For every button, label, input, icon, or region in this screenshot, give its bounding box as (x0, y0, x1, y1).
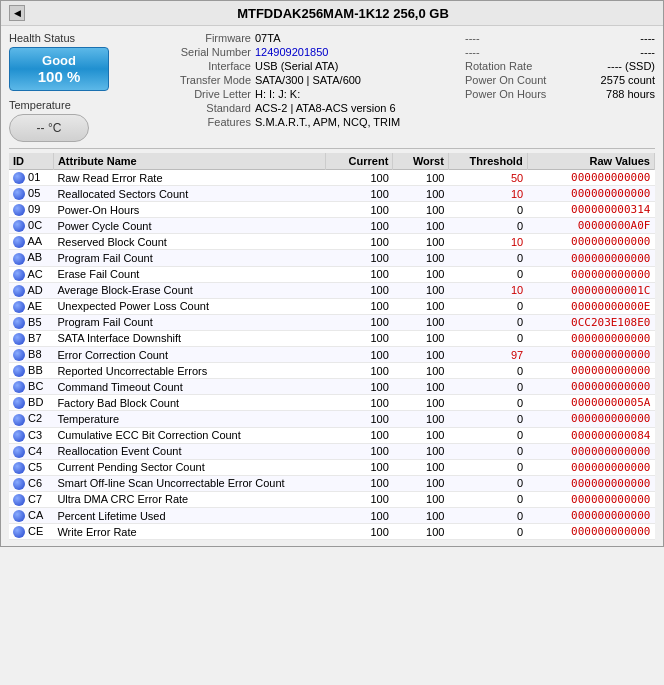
table-header: ID Attribute Name Current Worst Threshol… (9, 153, 655, 170)
back-button[interactable]: ◀ (9, 5, 25, 21)
status-ball (13, 397, 25, 409)
cell-attr: Reallocated Sectors Count (53, 186, 325, 202)
right-value-2: ---- (640, 46, 655, 58)
table-row: AD Average Block-Erase Count 100 100 10 … (9, 282, 655, 298)
cell-current: 100 (326, 459, 393, 475)
cell-threshold: 0 (448, 459, 527, 475)
cell-attr: Cumulative ECC Bit Correction Count (53, 427, 325, 443)
cell-worst: 100 (393, 427, 449, 443)
standard-row: Standard ACS-2 | ATA8-ACS version 6 (155, 102, 455, 114)
cell-attr: Percent Lifetime Used (53, 507, 325, 523)
right-panel: ---- ---- ---- ---- Rotation Rate ---- (… (455, 32, 655, 142)
cell-worst: 100 (393, 363, 449, 379)
temp-label: Temperature (9, 99, 149, 111)
interface-value: USB (Serial ATA) (255, 60, 338, 72)
cell-threshold: 0 (448, 427, 527, 443)
cell-id: 0C (9, 218, 53, 234)
drive-label: Drive Letter (155, 88, 255, 100)
status-ball (13, 365, 25, 377)
cell-id: C7 (9, 491, 53, 507)
cell-raw: 000000000000 (527, 491, 654, 507)
cell-raw: 000000000000 (527, 443, 654, 459)
cell-current: 100 (326, 491, 393, 507)
cell-id: BB (9, 363, 53, 379)
cell-attr: Smart Off-line Scan Uncorrectable Error … (53, 475, 325, 491)
cell-threshold: 0 (448, 202, 527, 218)
right-value-1: ---- (640, 32, 655, 44)
cell-current: 100 (326, 218, 393, 234)
status-ball (13, 204, 25, 216)
cell-threshold: 10 (448, 234, 527, 250)
cell-id: 01 (9, 170, 53, 186)
cell-id: 05 (9, 186, 53, 202)
cell-id: C6 (9, 475, 53, 491)
table-row: C2 Temperature 100 100 0 000000000000 (9, 411, 655, 427)
cell-attr: Power-On Hours (53, 202, 325, 218)
table-row: B8 Error Correction Count 100 100 97 000… (9, 347, 655, 363)
cell-id: B7 (9, 330, 53, 346)
rotation-label: Rotation Rate (465, 60, 532, 72)
cell-id: AE (9, 298, 53, 314)
cell-current: 100 (326, 379, 393, 395)
cell-threshold: 0 (448, 507, 527, 523)
cell-worst: 100 (393, 330, 449, 346)
cell-threshold: 0 (448, 411, 527, 427)
cell-id: CE (9, 524, 53, 540)
cell-worst: 100 (393, 507, 449, 523)
cell-threshold: 0 (448, 266, 527, 282)
table-row: C4 Reallocation Event Count 100 100 0 00… (9, 443, 655, 459)
cell-id: C5 (9, 459, 53, 475)
cell-attr: Ultra DMA CRC Error Rate (53, 491, 325, 507)
status-ball (13, 526, 25, 538)
temp-value: -- °C (37, 121, 62, 135)
power-count-value: 2575 count (601, 74, 655, 86)
cell-raw: 000000000084 (527, 427, 654, 443)
status-ball (13, 478, 25, 490)
drive-row: Drive Letter H: I: J: K: (155, 88, 455, 100)
cell-attr: Raw Read Error Rate (53, 170, 325, 186)
cell-attr: SATA Interface Downshift (53, 330, 325, 346)
cell-current: 100 (326, 443, 393, 459)
transfer-row: Transfer Mode SATA/300 | SATA/600 (155, 74, 455, 86)
cell-worst: 100 (393, 202, 449, 218)
table-row: C7 Ultra DMA CRC Error Rate 100 100 0 00… (9, 491, 655, 507)
main-content: Health Status Good 100 % Temperature -- … (1, 26, 663, 546)
table-row: B5 Program Fail Count 100 100 0 0CC203E1… (9, 314, 655, 330)
cell-worst: 100 (393, 347, 449, 363)
cell-threshold: 50 (448, 170, 527, 186)
cell-attr: Reported Uncorrectable Errors (53, 363, 325, 379)
firmware-value: 07TA (255, 32, 280, 44)
cell-attr: Power Cycle Count (53, 218, 325, 234)
cell-current: 100 (326, 250, 393, 266)
cell-threshold: 0 (448, 330, 527, 346)
left-panel: Health Status Good 100 % Temperature -- … (9, 32, 149, 142)
cell-attr: Program Fail Count (53, 314, 325, 330)
cell-current: 100 (326, 507, 393, 523)
cell-id: BC (9, 379, 53, 395)
status-ball (13, 462, 25, 474)
cell-attr: Average Block-Erase Count (53, 282, 325, 298)
serial-row: Serial Number 124909201850 (155, 46, 455, 58)
right-label-1: ---- (465, 32, 480, 44)
cell-raw: 000000000000 (527, 507, 654, 523)
cell-current: 100 (326, 347, 393, 363)
cell-raw: 000000000000 (527, 186, 654, 202)
cell-attr: Write Error Rate (53, 524, 325, 540)
cell-worst: 100 (393, 218, 449, 234)
cell-raw: 000000000000 (527, 379, 654, 395)
cell-id: C2 (9, 411, 53, 427)
status-ball (13, 269, 25, 281)
power-hours-value: 788 hours (606, 88, 655, 100)
cell-current: 100 (326, 298, 393, 314)
table-row: 09 Power-On Hours 100 100 0 000000000314 (9, 202, 655, 218)
power-hours-label: Power On Hours (465, 88, 546, 100)
cell-raw: 000000000000 (527, 266, 654, 282)
status-ball (13, 188, 25, 200)
cell-raw: 000000000000 (527, 411, 654, 427)
status-ball (13, 220, 25, 232)
status-ball (13, 317, 25, 329)
cell-threshold: 0 (448, 298, 527, 314)
status-ball (13, 494, 25, 506)
cell-current: 100 (326, 170, 393, 186)
cell-threshold: 0 (448, 314, 527, 330)
